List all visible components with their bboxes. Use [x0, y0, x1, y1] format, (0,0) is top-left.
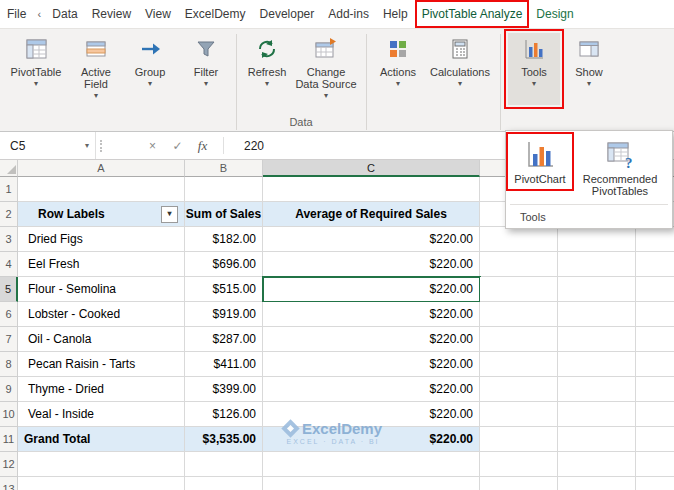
cell-A10[interactable]: Veal - Inside — [18, 402, 185, 427]
cell-F4[interactable] — [636, 252, 674, 277]
cell-C1[interactable] — [263, 177, 480, 202]
cell-A5[interactable]: Flour - Semolina — [18, 277, 185, 302]
cell-E5[interactable] — [558, 277, 636, 302]
cell-C5-selected[interactable]: $220.00 — [263, 277, 480, 302]
cell-B5[interactable]: $515.00 — [185, 277, 263, 302]
cell-D9[interactable] — [480, 377, 558, 402]
cell-C10[interactable]: $220.00 — [263, 402, 480, 427]
cell-E3[interactable] — [558, 227, 636, 252]
cell-E8[interactable] — [558, 352, 636, 377]
cell-D3[interactable] — [480, 227, 558, 252]
row-header-2[interactable]: 2 — [0, 202, 18, 227]
cell-C12[interactable] — [263, 452, 480, 477]
select-all-corner[interactable] — [0, 160, 18, 177]
tab-file[interactable]: File — [0, 0, 33, 28]
tools-button[interactable]: Tools ▾ — [508, 33, 560, 105]
cell-E13[interactable] — [558, 477, 636, 490]
cell-F13[interactable] — [636, 477, 674, 490]
row-header-12[interactable]: 12 — [0, 452, 18, 477]
tab-scroll-left-icon[interactable]: ‹ — [33, 8, 45, 20]
tab-pivottable-analyze[interactable]: PivotTable Analyze — [415, 0, 530, 28]
cell-D10[interactable] — [480, 402, 558, 427]
column-header-B[interactable]: B — [185, 160, 263, 177]
cell-D11[interactable] — [480, 427, 558, 452]
cell-B12[interactable] — [185, 452, 263, 477]
cell-F3[interactable] — [636, 227, 674, 252]
cell-F10[interactable] — [636, 402, 674, 427]
actions-button[interactable]: Actions ▾ — [374, 33, 422, 105]
active-field-button[interactable]: Active Field ▾ — [70, 33, 122, 105]
cell-B11[interactable]: $3,535.00 — [185, 427, 263, 452]
enter-icon[interactable]: ✓ — [165, 139, 190, 153]
insert-function-icon[interactable]: fx — [190, 138, 215, 154]
cell-B6[interactable]: $919.00 — [185, 302, 263, 327]
cell-C13[interactable] — [263, 477, 480, 490]
change-data-source-button[interactable]: Change Data Source ▾ — [294, 33, 358, 105]
recommended-pivottables-menu-item[interactable]: ? Recommended PivotTables — [572, 134, 668, 201]
row-header-1[interactable]: 1 — [0, 177, 18, 202]
row-header-3[interactable]: 3 — [0, 227, 18, 252]
cell-B2-sum-of-sales[interactable]: Sum of Sales — [185, 202, 263, 227]
cell-D13[interactable] — [480, 477, 558, 490]
cell-A11-grand-total[interactable]: Grand Total — [18, 427, 185, 452]
column-header-C[interactable]: C — [263, 160, 480, 177]
cell-A3[interactable]: Dried Figs — [18, 227, 185, 252]
cell-B13[interactable] — [185, 477, 263, 490]
cell-A2-row-labels[interactable]: Row Labels ▾ — [18, 202, 185, 227]
cell-D5[interactable] — [480, 277, 558, 302]
row-header-6[interactable]: 6 — [0, 302, 18, 327]
calculations-button[interactable]: Calculations ▾ — [428, 33, 492, 105]
cell-C11[interactable]: $220.00 — [263, 427, 480, 452]
cell-D6[interactable] — [480, 302, 558, 327]
filter-ribbon-button[interactable]: Filter ▾ — [184, 33, 228, 105]
column-header-A[interactable]: A — [18, 160, 185, 177]
cell-C9[interactable]: $220.00 — [263, 377, 480, 402]
formula-input[interactable]: 220 — [232, 132, 264, 159]
cell-E10[interactable] — [558, 402, 636, 427]
tab-exceldemy[interactable]: ExcelDemy — [178, 0, 253, 28]
cell-B9[interactable]: $399.00 — [185, 377, 263, 402]
cell-A6[interactable]: Lobster - Cooked — [18, 302, 185, 327]
cell-C2-average-of-required-sales[interactable]: Average of Required Sales — [263, 202, 480, 227]
cell-F7[interactable] — [636, 327, 674, 352]
cell-A12[interactable] — [18, 452, 185, 477]
cell-B8[interactable]: $411.00 — [185, 352, 263, 377]
row-header-5[interactable]: 5 — [0, 277, 18, 302]
tab-addins[interactable]: Add-ins — [321, 0, 376, 28]
tab-help[interactable]: Help — [376, 0, 415, 28]
cell-E7[interactable] — [558, 327, 636, 352]
row-header-10[interactable]: 10 — [0, 402, 18, 427]
cell-A4[interactable]: Eel Fresh — [18, 252, 185, 277]
tab-developer[interactable]: Developer — [253, 0, 322, 28]
name-box[interactable]: C5 ▾ — [0, 132, 96, 159]
cell-F5[interactable] — [636, 277, 674, 302]
name-box-arrow-icon[interactable]: ▾ — [85, 141, 89, 150]
cell-C3[interactable]: $220.00 — [263, 227, 480, 252]
tab-design[interactable]: Design — [529, 0, 580, 28]
cell-B10[interactable]: $126.00 — [185, 402, 263, 427]
cell-B7[interactable]: $287.00 — [185, 327, 263, 352]
cell-C6[interactable]: $220.00 — [263, 302, 480, 327]
row-header-8[interactable]: 8 — [0, 352, 18, 377]
pivotchart-menu-item[interactable]: PivotChart — [508, 134, 572, 189]
tab-data[interactable]: Data — [45, 0, 84, 28]
cell-F12[interactable] — [636, 452, 674, 477]
row-header-7[interactable]: 7 — [0, 327, 18, 352]
cell-B4[interactable]: $696.00 — [185, 252, 263, 277]
cell-A13[interactable] — [18, 477, 185, 490]
cell-D12[interactable] — [480, 452, 558, 477]
cell-D8[interactable] — [480, 352, 558, 377]
cell-B1[interactable] — [185, 177, 263, 202]
cell-E4[interactable] — [558, 252, 636, 277]
cell-E9[interactable] — [558, 377, 636, 402]
row-labels-filter-button[interactable]: ▾ — [161, 206, 178, 223]
show-button[interactable]: Show ▾ — [566, 33, 612, 105]
cell-C4[interactable]: $220.00 — [263, 252, 480, 277]
tab-review[interactable]: Review — [85, 0, 138, 28]
row-header-9[interactable]: 9 — [0, 377, 18, 402]
cell-A8[interactable]: Pecan Raisin - Tarts — [18, 352, 185, 377]
cell-A9[interactable]: Thyme - Dried — [18, 377, 185, 402]
cell-A7[interactable]: Oil - Canola — [18, 327, 185, 352]
cell-C8[interactable]: $220.00 — [263, 352, 480, 377]
formula-bar-splitter[interactable] — [100, 140, 104, 152]
